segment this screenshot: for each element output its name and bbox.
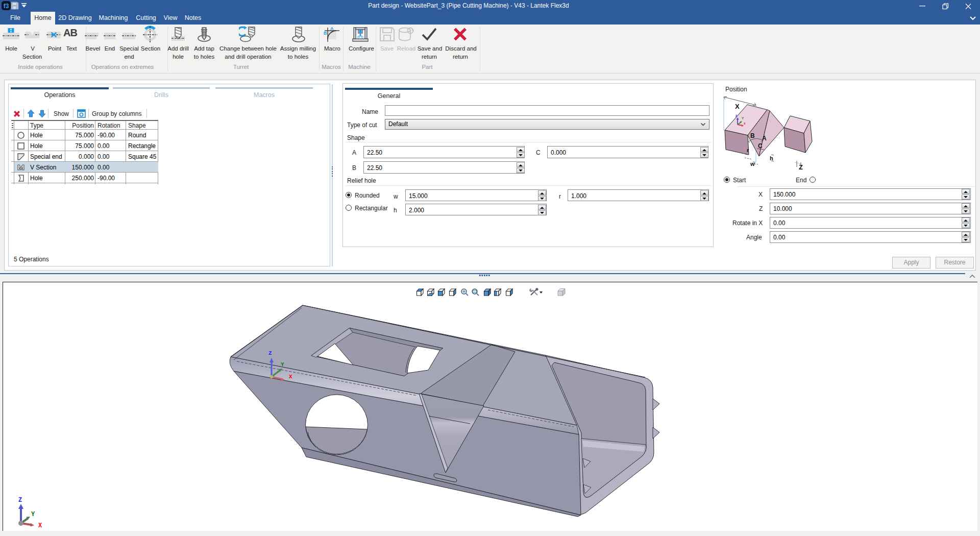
svg-text:X: X [289, 374, 292, 380]
svg-text:A: A [330, 27, 334, 31]
svg-text:B: B [750, 132, 755, 139]
svg-text:x: x [744, 121, 746, 125]
svg-text:X: X [38, 522, 42, 528]
svg-text:h: h [770, 155, 773, 161]
svg-text:Z: Z [268, 350, 272, 356]
svg-text:r: r [747, 147, 749, 153]
svg-text:B: B [324, 31, 327, 36]
svg-text:A: A [762, 135, 767, 142]
svg-text:Y: Y [281, 361, 284, 368]
svg-text:X: X [735, 103, 740, 110]
svg-text:Z: Z [18, 497, 22, 504]
svg-text:Y: Y [31, 511, 35, 518]
svg-text:w: w [750, 161, 755, 167]
svg-text:C: C [758, 142, 763, 150]
svg-text:Y: Y [742, 116, 744, 120]
